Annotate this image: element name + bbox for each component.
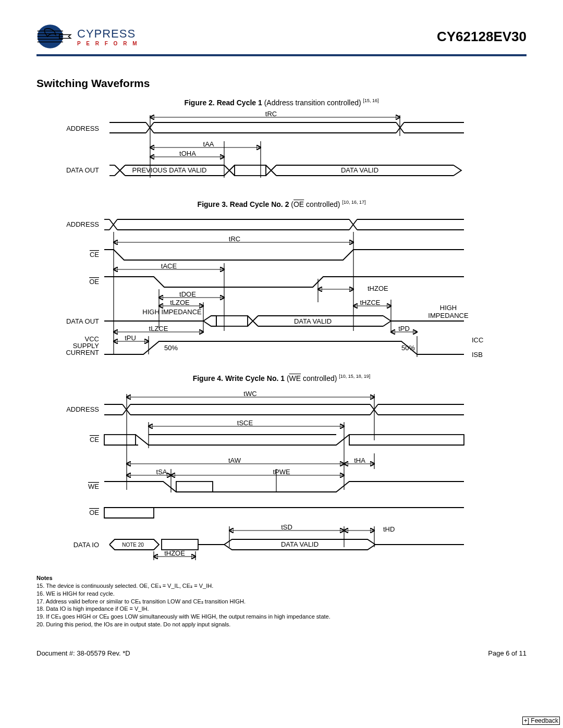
fig3-oe-label: OE (89, 278, 99, 286)
doc-number: Document #: 38-05579 Rev. *D (36, 649, 130, 657)
svg-rect-74 (176, 482, 213, 492)
fig3-tlzoe: tLZOE (170, 299, 190, 306)
svg-rect-62 (104, 435, 136, 445)
fig2-valid: DATA VALID (341, 166, 378, 174)
fig3-cap-post: controlled) (304, 200, 342, 208)
fig4-tsa: tSA (156, 468, 167, 476)
fig3-tlzce: tLZCE (149, 325, 168, 332)
fig2-addr-label: ADDRESS (66, 125, 99, 132)
fig2-caption-bold: Figure 2. Read Cycle 1 (184, 98, 262, 107)
part-number: CY62128EV30 (437, 29, 527, 45)
fig2-dout-label: DATA OUT (66, 166, 99, 174)
logo-text: CYPRESS P E R F O R M (77, 27, 139, 46)
note-18: 18. Data IO is high impedance if OE = V_… (36, 606, 149, 612)
header-rule (36, 54, 527, 56)
fig2-caption-rest: (Address transition controlled) (262, 98, 363, 107)
fig3-cap-oe: OE (293, 200, 304, 208)
fig4-caption-bold: Figure 4. Write Cycle No. 1 (193, 374, 285, 382)
svg-rect-64 (349, 435, 464, 445)
header: CYPRESS P E R F O R M CY62128EV30 (36, 21, 527, 52)
fig2-taa: tAA (203, 140, 214, 148)
footer: Document #: 38-05579 Rev. *D Page 6 of 1… (36, 649, 527, 657)
fig3-trc: tRC (229, 235, 240, 243)
fig4-tpwe: tPWE (273, 468, 290, 476)
fig3-hiz2a: HIGH (440, 304, 457, 312)
fig4-thd: tHD (383, 525, 395, 533)
fig3-vcc3: CURRENT (66, 349, 99, 356)
fig4-cap-post: controlled) (301, 374, 339, 382)
feedback-button[interactable]: +] Feedback (522, 717, 560, 725)
fig3-ce-label: CE (90, 251, 99, 258)
fig4-tha: tHA (354, 456, 365, 464)
fig4-refs: [10, 15, 18, 19] (339, 374, 370, 379)
notes-heading: Notes (36, 575, 53, 581)
fig3-cap-pre: ( (289, 200, 293, 208)
fig4-tsce: tSCE (237, 419, 253, 427)
fig4-cap-pre: ( (285, 374, 289, 382)
fig3-dout-label: DATA OUT (66, 317, 99, 325)
brand-tagline: P E R F O R M (77, 41, 139, 46)
fig3-50b: 50% (401, 344, 415, 352)
fig3-isb: ISB (472, 351, 483, 359)
fig3-caption: Figure 3. Read Cycle No. 2 (OE controlle… (36, 200, 527, 208)
section-title: Switching Waveforms (36, 77, 527, 90)
fig3-icc: ICC (472, 336, 483, 344)
svg-rect-75 (104, 508, 154, 518)
fig4-caption: Figure 4. Write Cycle No. 1 (WE controll… (36, 374, 527, 382)
fig3-tpd: tPD (398, 325, 410, 332)
globe-icon (36, 21, 73, 52)
fig4-dio-label: DATA IO (74, 541, 99, 549)
fig4-oe-label: OE (89, 509, 99, 516)
note-15: 15. The device is continuously selected.… (36, 583, 213, 589)
fig3-dv: DATA VALID (294, 317, 332, 325)
fig2-trc: tRC (265, 110, 277, 118)
svg-rect-41 (216, 316, 248, 326)
fig3-thzce: tHZCE (360, 299, 381, 306)
brand-name: CYPRESS (77, 27, 139, 41)
svg-rect-83 (162, 539, 198, 550)
fig3-hiz2b: IMPEDANCE (428, 312, 469, 319)
fig4-dv: DATA VALID (281, 540, 319, 548)
fig4-note20: NOTE 20 (122, 542, 144, 548)
fig3-caption-bold: Figure 3. Read Cycle No. 2 (198, 200, 289, 208)
note-17: 17. Address valid before or similar to C… (36, 598, 246, 604)
fig4-diagram: ADDRESS tWC tSCE CE tAW tHA tSA tPWE WE … (36, 386, 527, 565)
fig2-diagram: ADDRESS tRC tAA tOHA DATA OUT PREVIOUS D… (36, 110, 527, 190)
fig3-refs: [10, 16, 17] (342, 200, 365, 205)
fig3-addr-label: ADDRESS (66, 220, 99, 228)
notes-block: Notes 15. The device is continuously sel… (36, 574, 527, 628)
fig3-hiz: HIGH IMPEDANCE (142, 308, 202, 316)
fig3-tdoe: tDOE (179, 290, 196, 298)
fig4-taw: tAW (228, 456, 241, 464)
fig3-tace: tACE (161, 262, 177, 270)
fig2-refs: [15, 16] (363, 98, 379, 103)
fig4-twc: tWC (243, 390, 256, 398)
page-number: Page 6 of 11 (488, 649, 527, 657)
fig3-tpu: tPU (125, 334, 136, 342)
fig2-caption: Figure 2. Read Cycle 1 (Address transiti… (36, 98, 527, 107)
fig4-we-label: WE (88, 483, 99, 490)
note-20: 20. During this period, the IOs are in o… (36, 621, 230, 627)
fig2-toha: tOHA (179, 150, 196, 157)
fig4-addr-label: ADDRESS (66, 405, 99, 413)
svg-rect-18 (235, 165, 266, 176)
note-19: 19. If CE₁ goes HIGH or CE₂ goes LOW sim… (36, 613, 331, 620)
fig4-cap-we: WE (289, 374, 301, 382)
fig2-prev: PREVIOUS DATA VALID (132, 166, 206, 174)
fig4-ce-label: CE (90, 436, 99, 443)
logo-block: CYPRESS P E R F O R M (36, 21, 139, 52)
fig3-50a: 50% (164, 344, 178, 352)
fig3-diagram: ADDRESS tRC CE tACE OE tHZOE tDOE tLZOE … (36, 211, 527, 364)
fig4-tsd: tSD (281, 523, 292, 531)
note-16: 16. WE is HIGH for read cycle. (36, 590, 115, 597)
fig3-thzoe: tHZOE (368, 285, 388, 292)
fig4-thzoe: tHZOE (164, 549, 185, 557)
